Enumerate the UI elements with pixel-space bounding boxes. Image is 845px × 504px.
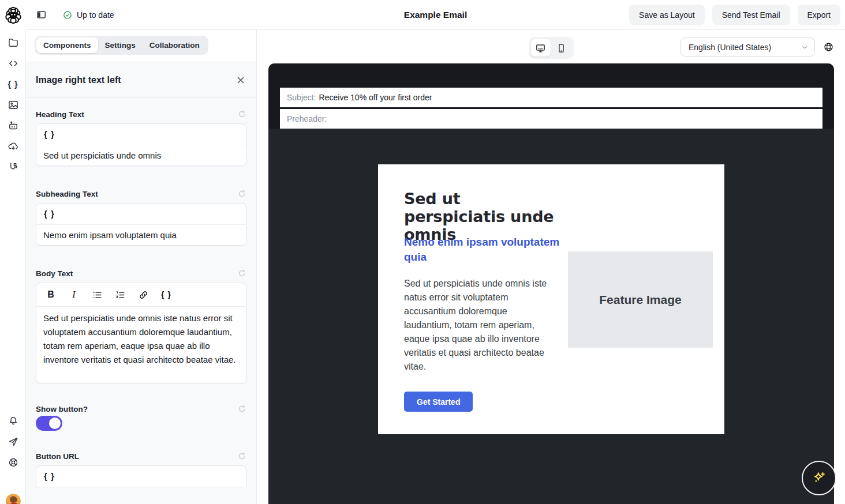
- top-bar: Up to date Example Email Save as Layout …: [26, 0, 845, 30]
- send-test-email-button[interactable]: Send Test Email: [712, 5, 790, 25]
- email-preview-frame: Subject: Receive 10% off your first orde…: [268, 63, 834, 504]
- italic-icon[interactable]: I: [65, 288, 83, 302]
- subject-label: Subject:: [287, 93, 316, 102]
- field-button-url: Button URL { }: [36, 452, 246, 487]
- sidebar-toggle-icon[interactable]: [33, 7, 48, 22]
- monitor-icon: [535, 43, 546, 54]
- bullet-list-icon[interactable]: [88, 288, 106, 302]
- email-canvas: Sed ut perspiciatis unde omnis Nemo enim…: [268, 129, 834, 504]
- image-icon[interactable]: [8, 99, 19, 111]
- sheep-logo-icon: [3, 5, 24, 25]
- preview-toolbar: English (United States): [257, 37, 845, 59]
- insert-variable-button[interactable]: { }: [158, 288, 175, 302]
- tab-components[interactable]: Components: [36, 37, 98, 53]
- show-button-label: Show button?: [36, 405, 88, 413]
- preview-area: English (United States) Subject: Receive…: [257, 30, 845, 504]
- reset-icon[interactable]: [237, 404, 246, 413]
- globe-icon[interactable]: [823, 42, 834, 52]
- ordered-list-icon[interactable]: [111, 288, 129, 302]
- integration-cable-icon[interactable]: [8, 161, 19, 173]
- link-icon[interactable]: [134, 288, 152, 302]
- app-logo[interactable]: [0, 0, 26, 30]
- component-settings-panel: Components Settings Collaboration Image …: [26, 30, 257, 504]
- subheading-text-label: Subheading Text: [36, 190, 98, 198]
- chevron-down-icon: [801, 43, 809, 51]
- cloud-download-icon[interactable]: [8, 141, 19, 152]
- heading-text-label: Heading Text: [36, 110, 84, 119]
- get-started-button[interactable]: Get Started: [404, 392, 473, 412]
- show-button-toggle[interactable]: [36, 416, 62, 431]
- email-block-image-right-text-left[interactable]: Sed ut perspiciatis unde omnis Nemo enim…: [378, 164, 724, 434]
- mobile-view-button[interactable]: [552, 39, 571, 57]
- bold-icon[interactable]: B: [42, 288, 59, 302]
- email-body-text[interactable]: Sed ut perspiciatis unde omnis iste natu…: [404, 277, 552, 374]
- field-body-text: Body Text B I: [36, 269, 246, 383]
- component-title: Image right text left: [36, 75, 121, 85]
- export-button[interactable]: Export: [798, 5, 840, 25]
- desktop-view-button[interactable]: [531, 39, 551, 57]
- language-select-value: English (United States): [689, 43, 801, 52]
- topbar-actions: Save as Layout Send Test Email Export: [629, 5, 845, 25]
- robot-icon[interactable]: [8, 120, 19, 131]
- body-text-label: Body Text: [36, 269, 73, 278]
- tab-settings[interactable]: Settings: [98, 37, 143, 53]
- bell-icon[interactable]: [8, 415, 19, 427]
- preheader-bar[interactable]: Preheader:: [280, 109, 822, 129]
- preheader-label: Preheader:: [287, 114, 327, 123]
- close-icon[interactable]: [235, 74, 246, 86]
- user-avatar[interactable]: [6, 494, 21, 504]
- feature-image-placeholder[interactable]: Feature Image: [568, 251, 713, 348]
- reset-icon[interactable]: [237, 110, 246, 119]
- reset-icon[interactable]: [237, 189, 246, 198]
- richtext-toolbar: B I { }: [36, 283, 246, 307]
- insert-variable-button[interactable]: { }: [44, 209, 55, 219]
- ai-assistant-button[interactable]: [802, 461, 836, 495]
- sync-status-label: Up to date: [77, 10, 114, 20]
- component-header: Image right text left: [26, 62, 256, 98]
- field-heading-text: Heading Text { }: [36, 110, 246, 166]
- variables-braces-icon[interactable]: { }: [8, 78, 19, 90]
- field-show-button: Show button?: [36, 404, 246, 431]
- code-icon[interactable]: [8, 58, 19, 69]
- panel-tabs: Components Settings Collaboration: [26, 30, 256, 62]
- folder-icon[interactable]: [8, 37, 19, 48]
- heading-text-input[interactable]: [36, 145, 246, 166]
- smartphone-icon: [556, 43, 567, 54]
- body-text-editor[interactable]: Sed ut perspiciatis unde omnis iste natu…: [36, 307, 246, 383]
- help-lifebuoy-icon[interactable]: [8, 457, 19, 468]
- reset-icon[interactable]: [237, 452, 246, 461]
- reset-icon[interactable]: [237, 269, 246, 278]
- email-subheading[interactable]: Nemo enim ipsam voluptatem quia: [404, 235, 560, 265]
- save-as-layout-button[interactable]: Save as Layout: [629, 5, 705, 25]
- insert-variable-button[interactable]: { }: [44, 471, 55, 481]
- subject-bar[interactable]: Subject: Receive 10% off your first orde…: [280, 88, 822, 107]
- tab-collaboration[interactable]: Collaboration: [143, 37, 207, 53]
- sparkles-icon: [811, 470, 827, 486]
- button-url-label: Button URL: [36, 452, 79, 461]
- feature-image-label: Feature Image: [599, 293, 681, 307]
- page-title: Example Email: [404, 10, 467, 20]
- subject-value: Receive 10% off your first order: [319, 93, 432, 102]
- language-select[interactable]: English (United States): [681, 37, 815, 57]
- field-subheading-text: Subheading Text { }: [36, 189, 246, 246]
- sync-status: Up to date: [62, 10, 114, 20]
- icon-rail: { }: [0, 0, 26, 504]
- subheading-text-input[interactable]: [36, 225, 246, 245]
- insert-variable-button[interactable]: { }: [44, 129, 55, 139]
- check-circle-icon: [62, 10, 73, 20]
- send-icon[interactable]: [8, 436, 19, 447]
- device-toggle: [529, 37, 574, 59]
